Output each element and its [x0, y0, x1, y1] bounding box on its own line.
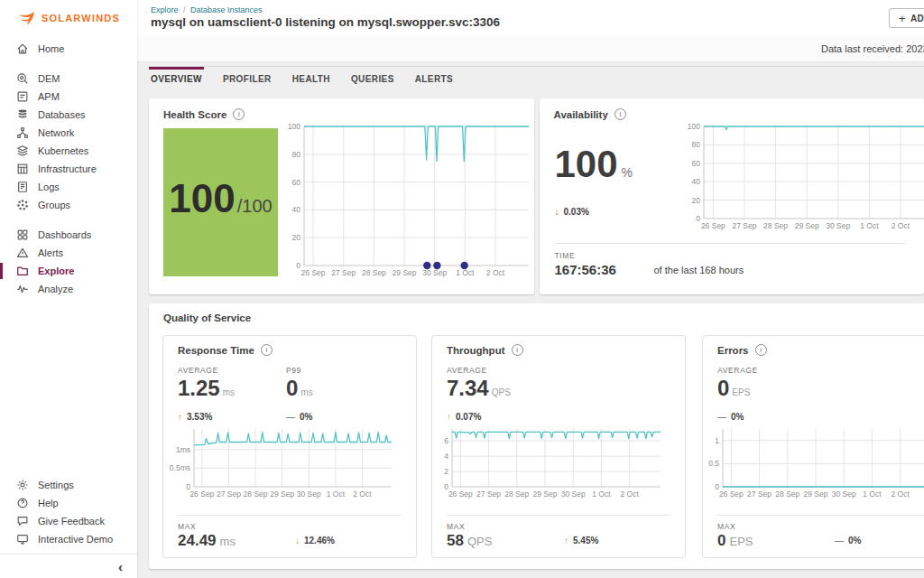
availability-value: 100 %: [555, 145, 633, 183]
info-icon[interactable]: i: [261, 344, 273, 356]
sidebar-item-home[interactable]: Home: [0, 40, 137, 58]
tab-health[interactable]: HEALTH: [291, 67, 332, 89]
svg-text:2 Oct: 2 Oct: [486, 268, 505, 277]
svg-text:28 Sep: 28 Sep: [775, 489, 799, 499]
sidebar-group-views: Dashboards Alerts Explore Analyze: [0, 226, 137, 298]
gear-icon: [16, 479, 29, 491]
sidebar-item-label: Dashboards: [38, 229, 91, 240]
sidebar-nav: Home DEM APM Databases: [0, 36, 137, 554]
sidebar-item-settings[interactable]: Settings: [0, 476, 137, 494]
explore-folder-icon: [16, 265, 29, 277]
plus-icon: +: [899, 12, 906, 25]
infrastructure-icon: [16, 163, 29, 175]
sidebar-group-utility: Settings Help Give Feedback Interactive …: [0, 476, 137, 548]
sidebar-item-logs[interactable]: Logs: [0, 178, 137, 196]
sidebar-item-kubernetes[interactable]: Kubernetes: [0, 142, 137, 160]
quality-of-service-title: Quality of Service: [163, 312, 251, 323]
home-icon: [16, 42, 29, 55]
up-arrow-icon: ↑: [178, 412, 182, 422]
sidebar: SOLARWINDS Home DEM APM: [0, 0, 137, 578]
errors-average-value: 0 EPS: [717, 377, 750, 400]
sidebar-item-explore[interactable]: Explore: [0, 262, 137, 280]
health-score-chart: 02040608010026 Sep27 Sep28 Sep29 Sep30 S…: [281, 122, 531, 279]
apm-icon: [16, 90, 29, 103]
alerts-icon: [16, 247, 29, 259]
svg-text:1 Oct: 1 Oct: [860, 221, 879, 230]
svg-text:27 Sep: 27 Sep: [331, 268, 356, 277]
throughput-chart: 024626 Sep27 Sep28 Sep29 Sep30 Sep1 Oct2…: [438, 424, 663, 500]
sidebar-footer: ‹: [0, 554, 137, 578]
average-label: AVERAGE: [178, 366, 218, 375]
response-time-chart: 00.5ms1ms26 Sep27 Sep28 Sep29 Sep30 Sep1…: [169, 424, 394, 500]
down-arrow-icon: ↓: [295, 536, 300, 545]
flat-dash-icon: —: [286, 412, 295, 422]
response-time-card: Response Time i AVERAGE P99 1.25 ms 0 ms…: [162, 335, 417, 558]
quality-of-service-card: Quality of Service Response Time i AVERA…: [149, 303, 924, 569]
sidebar-item-groups[interactable]: Groups: [0, 196, 137, 214]
tab-queries[interactable]: QUERIES: [349, 67, 396, 89]
solarwinds-logo[interactable]: SOLARWINDS: [0, 0, 137, 36]
health-score-card: Health Score i 100 /100 02040608010026 S…: [149, 98, 534, 294]
breadcrumb-link-database-instances[interactable]: Database Instances: [190, 5, 263, 14]
errors-chart: 00.5126 Sep27 Sep28 Sep29 Sep30 Sep1 Oct…: [708, 424, 924, 500]
add-data-button[interactable]: + ADD D: [889, 8, 924, 28]
max-label: MAX: [447, 522, 465, 531]
tab-overview[interactable]: OVERVIEW: [149, 67, 204, 89]
network-icon: [16, 126, 29, 139]
sidebar-item-give-feedback[interactable]: Give Feedback: [0, 512, 137, 530]
sidebar-item-help[interactable]: Help: [0, 494, 137, 512]
add-data-button-label: ADD D: [910, 14, 924, 23]
svg-text:0: 0: [696, 214, 700, 223]
max-label: MAX: [178, 522, 196, 531]
average-label: AVERAGE: [717, 366, 758, 375]
tab-alerts[interactable]: ALERTS: [413, 67, 455, 89]
svg-text:2: 2: [444, 467, 448, 476]
sidebar-item-label: Give Feedback: [38, 516, 105, 527]
sidebar-item-apm[interactable]: APM: [0, 88, 137, 106]
throughput-average-change: ↑ 0.07%: [447, 412, 481, 422]
info-icon[interactable]: i: [512, 344, 523, 356]
data-last-received-text: Data last received: 2023-10-: [821, 36, 924, 61]
info-icon[interactable]: i: [233, 108, 245, 120]
sidebar-item-dashboards[interactable]: Dashboards: [0, 226, 137, 244]
sidebar-item-interactive-demo[interactable]: Interactive Demo: [0, 530, 137, 548]
tab-profiler[interactable]: PROFILER: [221, 67, 273, 89]
svg-text:28 Sep: 28 Sep: [244, 489, 268, 499]
info-icon[interactable]: i: [755, 344, 767, 356]
sidebar-item-alerts[interactable]: Alerts: [0, 244, 137, 262]
uptime-suffix: of the last 168 hours: [654, 265, 744, 275]
svg-text:40: 40: [691, 177, 700, 186]
sidebar-item-analyze[interactable]: Analyze: [0, 280, 137, 298]
response-time-average-value: 1.25 ms: [178, 377, 235, 400]
breadcrumb-link-explore[interactable]: Explore: [151, 5, 179, 14]
sidebar-item-label: Help: [38, 498, 59, 508]
svg-text:20: 20: [292, 233, 301, 242]
sidebar-item-infrastructure[interactable]: Infrastructure: [0, 160, 137, 178]
svg-text:28 Sep: 28 Sep: [504, 489, 529, 499]
info-icon[interactable]: i: [614, 108, 626, 120]
svg-text:0.5: 0.5: [708, 459, 719, 468]
sidebar-collapse-chevron-icon[interactable]: ‹: [118, 560, 123, 573]
time-label: TIME: [555, 251, 576, 260]
breadcrumb-separator: /: [183, 5, 186, 14]
svg-text:1: 1: [715, 436, 719, 445]
errors-max-value: 0 EPS: [717, 532, 753, 550]
main-content: Explore / Database Instances mysql on ua…: [137, 0, 924, 578]
svg-text:80: 80: [691, 140, 700, 149]
sidebar-item-dem[interactable]: DEM: [0, 70, 137, 88]
svg-text:30 Sep: 30 Sep: [826, 221, 850, 230]
breadcrumb: Explore / Database Instances: [151, 5, 263, 14]
tab-bar: OVERVIEW PROFILER HEALTH QUERIES ALERTS: [149, 66, 924, 89]
availability-chart: 02040608010026 Sep27 Sep28 Sep29 Sep30 S…: [680, 122, 924, 232]
divider: [555, 243, 907, 244]
response-time-p99-change: — 0%: [286, 412, 312, 422]
divider: [447, 515, 670, 516]
throughput-max-value: 58 QPS: [447, 532, 492, 550]
sidebar-item-network[interactable]: Network: [0, 124, 137, 142]
svg-text:29 Sep: 29 Sep: [794, 221, 818, 230]
sidebar-item-label: Analyze: [38, 284, 73, 294]
sidebar-item-label: Explore: [38, 266, 74, 276]
sidebar-item-databases[interactable]: Databases: [0, 106, 137, 124]
svg-text:26 Sep: 26 Sep: [189, 489, 214, 499]
sidebar-item-label: Groups: [38, 200, 70, 210]
